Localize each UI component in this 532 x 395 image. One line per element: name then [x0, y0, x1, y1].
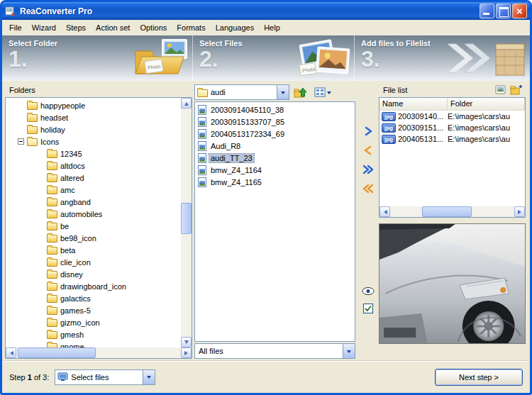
tree-item-gmesh[interactable]: gmesh — [6, 328, 181, 340]
arrow-left-icon — [363, 145, 373, 155]
folder-icon — [47, 283, 57, 291]
autopreview-checkbox[interactable] — [363, 304, 373, 315]
tree-item-beta[interactable]: beta — [6, 244, 181, 256]
menu-languages[interactable]: Languages — [211, 21, 259, 34]
tree-item-be98-icon[interactable]: be98_icon — [6, 232, 181, 244]
image-file-icon — [198, 105, 206, 115]
folder-icon — [47, 247, 57, 255]
add-files-icon[interactable] — [494, 84, 507, 96]
scrollbar-thumb[interactable] — [422, 206, 472, 217]
scroll-left-button[interactable] — [6, 347, 16, 358]
menubar: File Wizard Steps Action set Options For… — [2, 20, 530, 35]
folder-icon — [27, 102, 38, 110]
scroll-left-button[interactable] — [379, 206, 390, 217]
up-one-level-icon — [294, 87, 308, 99]
scrollbar-thumb[interactable] — [181, 203, 192, 234]
menu-formats[interactable]: Formats — [172, 21, 210, 34]
table-row[interactable]: jpg 200309151... E:\images\cars\au — [379, 122, 525, 133]
menu-wizard[interactable]: Wizard — [27, 21, 61, 34]
double-arrow-left-icon — [362, 184, 374, 194]
tree-item-gnome[interactable]: gnome — [6, 340, 181, 347]
tree-item-galactics[interactable]: galactics — [6, 292, 181, 304]
file-item[interactable]: bmw_Z4_1165 — [196, 176, 354, 188]
banner-step-1-number: 1. — [9, 48, 28, 70]
folder-icon — [47, 295, 57, 303]
tree-item-drawingboard-icon[interactable]: drawingboard_icon — [6, 280, 181, 292]
current-folder-combo[interactable]: audi — [194, 84, 289, 100]
menu-options[interactable]: Options — [135, 21, 172, 34]
chevron-down-icon — [347, 350, 351, 355]
up-one-level-button[interactable] — [292, 84, 310, 100]
tree-item-games-5[interactable]: games-5 — [6, 304, 181, 316]
file-item[interactable]: 20040513172334_69 — [196, 128, 354, 140]
remove-selected-button[interactable] — [360, 143, 376, 157]
menu-help[interactable]: Help — [259, 21, 285, 34]
view-mode-icon — [314, 87, 326, 97]
tree-item-happypeople[interactable]: happypeople — [6, 99, 181, 111]
image-file-icon — [198, 153, 206, 163]
menu-steps[interactable]: Steps — [61, 21, 91, 34]
tree-item-automobiles[interactable]: automobiles — [6, 208, 181, 220]
column-header-name[interactable]: Name — [379, 98, 448, 110]
combo-dropdown-button[interactable] — [343, 344, 355, 358]
column-header-folder[interactable]: Folder — [448, 98, 525, 110]
close-button[interactable] — [512, 4, 527, 18]
scrollbar-thumb[interactable] — [18, 347, 96, 358]
tree-item-clie-icon[interactable]: clie_icon — [6, 256, 181, 268]
file-item[interactable]: 20030914045110_38 — [196, 104, 354, 116]
tree-item-amc[interactable]: amc — [6, 184, 181, 196]
transfer-buttons — [358, 97, 379, 359]
tree-item-headset[interactable]: headset — [6, 111, 181, 123]
next-step-button[interactable]: Next step > — [435, 369, 523, 386]
tree-item-holiday[interactable]: holiday — [6, 123, 181, 135]
tree-item-angband[interactable]: angband — [6, 196, 181, 208]
folder-icon — [47, 162, 57, 170]
tree-item-altdocs[interactable]: altdocs — [6, 160, 181, 172]
file-item[interactable]: Audi_R8 — [196, 140, 354, 152]
view-mode-button[interactable] — [312, 84, 333, 100]
file-filter-combo[interactable]: All files — [194, 343, 355, 359]
tree-item-12345[interactable]: 12345 — [6, 148, 181, 160]
tree-item-be[interactable]: be — [6, 220, 181, 232]
add-folder-icon[interactable] — [510, 84, 523, 96]
statusbar: Step 1 of 3: Select files Next step > — [2, 360, 530, 393]
filelist-horizontal-scrollbar[interactable] — [379, 206, 525, 217]
preview-toggle-button[interactable] — [362, 286, 375, 297]
banner-step-2: Select Files 2. — [192, 35, 354, 81]
folder-tree: happypeople headset holiday Icons 12345 … — [5, 97, 192, 359]
filelist-header: Name Folder — [379, 98, 525, 111]
menu-file[interactable]: File — [4, 21, 27, 34]
remove-all-button[interactable] — [360, 182, 376, 196]
scroll-down-button[interactable] — [181, 337, 192, 347]
app-icon — [5, 6, 16, 17]
tree-item-icons[interactable]: Icons — [6, 135, 181, 148]
step-indicator: Step 1 of 3: — [9, 373, 49, 382]
file-item-selected[interactable]: audi_TT_23 — [196, 152, 354, 164]
add-selected-button[interactable] — [360, 124, 376, 138]
minimize-button[interactable] — [480, 4, 494, 18]
banner-step-3-number: 3. — [361, 48, 380, 70]
file-item[interactable]: bmw_Z4_1164 — [196, 164, 354, 176]
tree-item-disney[interactable]: disney — [6, 268, 181, 280]
scroll-right-button[interactable] — [514, 206, 525, 217]
scroll-right-button[interactable] — [181, 347, 192, 358]
tree-horizontal-scrollbar[interactable] — [6, 347, 192, 358]
table-row[interactable]: jpg 200405131... E:\images\cars\au — [379, 133, 525, 145]
tree-item-altered[interactable]: altered — [6, 172, 181, 184]
step-mode-combo[interactable]: Select files — [55, 369, 155, 385]
menu-action-set[interactable]: Action set — [91, 21, 135, 34]
tree-vertical-scrollbar[interactable] — [181, 98, 192, 347]
file-filter-value: All files — [197, 347, 340, 355]
scroll-up-button[interactable] — [181, 98, 192, 109]
add-all-button[interactable] — [360, 162, 376, 177]
table-row[interactable]: jpg 200309140... E:\images\cars\au — [379, 111, 525, 122]
main-area: Folders happypeople headset holiday Icon… — [2, 81, 530, 360]
image-file-icon — [198, 165, 206, 175]
combo-dropdown-button[interactable] — [277, 85, 289, 99]
combo-dropdown-button[interactable] — [143, 370, 155, 384]
maximize-button[interactable] — [496, 4, 511, 18]
collapse-toggle-icon[interactable] — [18, 138, 24, 145]
file-item[interactable]: 20030915133707_85 — [196, 116, 354, 128]
tree-item-gizmo-icon[interactable]: gizmo_icon — [6, 316, 181, 328]
window-controls — [480, 4, 527, 18]
